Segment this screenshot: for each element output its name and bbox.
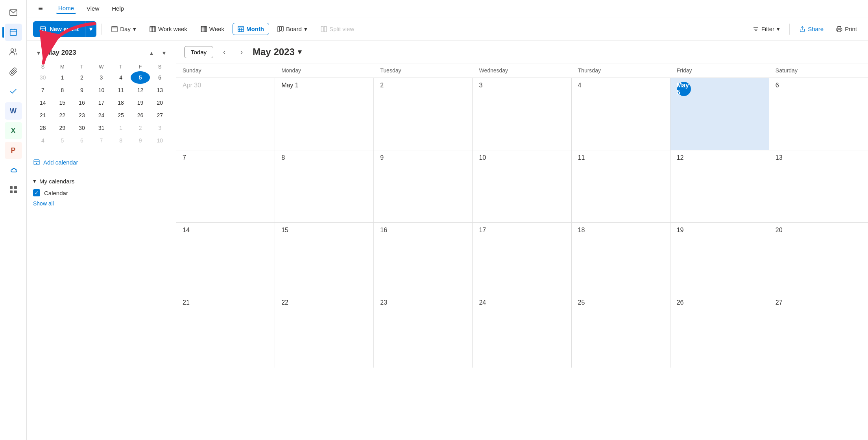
cal-day-16[interactable]: 16 [374,223,473,295]
mini-cal-day[interactable]: 8 [53,84,72,96]
cloud-icon[interactable] [5,161,22,179]
mini-cal-next[interactable]: ▾ [159,47,170,58]
mini-cal-day[interactable]: 1 [53,71,72,84]
mini-cal-day[interactable]: 15 [53,96,72,109]
mini-cal-day[interactable]: 4 [111,71,131,84]
today-button[interactable]: Today [184,46,213,58]
mail-icon[interactable] [5,4,22,21]
view-month-button[interactable]: Month [233,23,269,35]
mini-cal-day[interactable]: 17 [92,96,111,109]
powerpoint-icon[interactable]: P [5,142,22,159]
attach-icon[interactable] [5,63,22,80]
mini-cal-day[interactable]: 29 [53,122,72,134]
mini-cal-day[interactable]: 13 [150,84,170,96]
mini-cal-day[interactable]: 7 [92,134,111,147]
new-event-button[interactable]: New event ▾ [33,21,96,37]
new-event-dropdown[interactable]: ▾ [85,21,96,37]
mini-cal-day[interactable]: 2 [72,71,92,84]
cal-day-11[interactable]: 11 [572,150,670,222]
cal-day-6[interactable]: 6 [769,78,868,150]
cal-day-22[interactable]: 22 [275,295,374,368]
mini-cal-day[interactable]: 24 [92,109,111,122]
mini-cal-day[interactable]: 16 [72,96,92,109]
cal-day-21[interactable]: 21 [176,295,275,368]
filter-button[interactable]: Filter ▾ [748,23,785,35]
mini-cal-day[interactable]: 21 [33,109,53,122]
mini-cal-day[interactable]: 1 [111,122,131,134]
mini-cal-day[interactable]: 18 [111,96,131,109]
view-week-button[interactable]: Week [196,23,229,35]
cal-day-2[interactable]: 2 [374,78,473,150]
my-calendars-header[interactable]: ▾ My calendars [33,177,170,185]
mini-cal-day[interactable]: 28 [33,122,53,134]
mini-cal-day[interactable]: 4 [33,134,53,147]
excel-icon[interactable]: X [5,122,22,139]
mini-cal-day[interactable]: 3 [150,122,170,134]
view-splitview-button[interactable]: Split view [316,23,359,35]
cal-day-7[interactable]: 7 [176,150,275,222]
mini-cal-prev[interactable]: ▴ [146,47,157,58]
mini-cal-day[interactable]: 10 [92,84,111,96]
mini-cal-day[interactable]: 6 [72,134,92,147]
mini-cal-day[interactable]: 20 [150,96,170,109]
mini-cal-day[interactable]: 25 [111,109,131,122]
mini-cal-day[interactable]: 8 [111,134,131,147]
cal-day-20[interactable]: 20 [769,223,868,295]
menu-view[interactable]: View [84,4,102,13]
mini-cal-day[interactable]: 9 [131,134,150,147]
cal-prev-month[interactable]: ‹ [218,46,231,58]
cal-main-title[interactable]: May 2023 ▾ [253,46,301,57]
mini-cal-day[interactable]: 30 [72,122,92,134]
cal-day-17[interactable]: 17 [473,223,571,295]
mini-cal-day[interactable]: 31 [92,122,111,134]
mini-cal-day[interactable]: 27 [150,109,170,122]
cal-day-12[interactable]: 12 [670,150,769,222]
mini-cal-day[interactable]: 9 [72,84,92,96]
mini-cal-day[interactable]: 3 [92,71,111,84]
cal-day-18[interactable]: 18 [572,223,670,295]
cal-day-24[interactable]: 24 [473,295,571,368]
cal-day-25[interactable]: 25 [572,295,670,368]
cal-day-13[interactable]: 13 [769,150,868,222]
mini-cal-day[interactable]: 14 [33,96,53,109]
mini-cal-day[interactable]: 26 [131,109,150,122]
hamburger-button[interactable]: ≡ [33,1,48,16]
view-board-button[interactable]: Board ▾ [272,23,312,35]
mini-cal-day[interactable]: 2 [131,122,150,134]
print-button[interactable]: Print [831,23,862,35]
calendar-icon[interactable] [5,24,22,41]
cal-day-apr30[interactable]: Apr 30 [176,78,275,150]
cal-day-4[interactable]: 4 [572,78,670,150]
mini-cal-day[interactable]: 30 [33,71,53,84]
cal-day-8[interactable]: 8 [275,150,374,222]
cal-day-9[interactable]: 9 [374,150,473,222]
cal-day-14[interactable]: 14 [176,223,275,295]
menu-home[interactable]: Home [56,3,76,14]
cal-day-5-today[interactable]: May 5 [670,78,769,150]
share-button[interactable]: Share [794,23,828,35]
mini-cal-day[interactable]: 5 [53,134,72,147]
cal-day-15[interactable]: 15 [275,223,374,295]
word-icon[interactable]: W [5,102,22,120]
cal-day-19[interactable]: 19 [670,223,769,295]
cal-day-27[interactable]: 27 [769,295,868,368]
mini-cal-day[interactable]: 23 [72,109,92,122]
mini-cal-day[interactable]: 6 [150,71,170,84]
cal-day-10[interactable]: 10 [473,150,571,222]
todo-icon[interactable] [5,83,22,100]
mini-cal-collapse[interactable]: ▾ [33,47,44,58]
add-calendar-button[interactable]: Add calendar [33,156,170,168]
people-icon[interactable] [5,43,22,61]
mini-cal-day[interactable]: 7 [33,84,53,96]
cal-day-26[interactable]: 26 [670,295,769,368]
calendar-item-default[interactable]: ✓ Calendar [33,188,170,198]
cal-day-3[interactable]: 3 [473,78,571,150]
mini-cal-day[interactable]: 12 [131,84,150,96]
mini-cal-day[interactable]: 5 [131,71,150,84]
apps-icon[interactable] [5,181,22,198]
mini-cal-day[interactable]: 22 [53,109,72,122]
cal-day-23[interactable]: 23 [374,295,473,368]
mini-cal-day[interactable]: 19 [131,96,150,109]
mini-cal-day[interactable]: 11 [111,84,131,96]
cal-next-month[interactable]: › [235,46,248,58]
